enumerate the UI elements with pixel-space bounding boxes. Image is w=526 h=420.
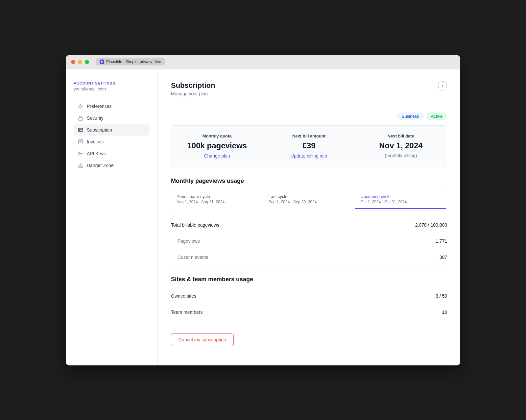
- sidebar-item-danger-zone[interactable]: Danger Zone: [74, 160, 150, 171]
- api-keys-label: API Keys: [87, 151, 106, 156]
- billing-card: Monthly quota 100k pageviews Change plan…: [171, 125, 447, 167]
- cancel-subscription-button[interactable]: Cancel my subscription: [171, 334, 234, 346]
- svg-point-0: [80, 105, 82, 107]
- minimize-button[interactable]: [78, 60, 82, 64]
- main-content: Subscription Manage your plan i Business…: [158, 69, 460, 365]
- svg-rect-1: [79, 118, 83, 120]
- browser-tab[interactable]: P Plausible · Simple, privacy-frien: [96, 58, 165, 65]
- page-header: Subscription Manage your plan i: [171, 81, 447, 103]
- tab-upcoming-date: Oct 1, 2024 - Oct 31, 2024: [360, 200, 442, 204]
- billing-date-note: (monthly billing): [364, 153, 438, 158]
- security-icon: [78, 115, 84, 121]
- stat-pageviews-value: 1,771: [436, 238, 447, 244]
- tab-last-label: Last cycle: [269, 194, 350, 199]
- tab-label: Plausible · Simple, privacy-frien: [106, 60, 161, 64]
- stat-pageviews: Pageviews 1,771: [171, 233, 447, 249]
- stat-team-members-value: 10: [442, 309, 447, 315]
- pageviews-section: Monthly pageviews usage Penultimate cycl…: [171, 178, 447, 265]
- tab-penultimate-date: Aug 1, 2024 - Aug 31, 2024: [177, 200, 258, 204]
- tab-last-cycle[interactable]: Last cycle Sep 1, 2024 - Sep 30, 2024: [263, 190, 355, 209]
- sidebar-item-security[interactable]: Security: [74, 112, 150, 124]
- tab-upcoming-cycle[interactable]: Upcoming cycle Oct 1, 2024 - Oct 31, 202…: [355, 190, 447, 209]
- stat-team-members: Team members 10: [171, 304, 447, 320]
- app-body: ACCOUNT SETTINGS your@email.com Preferen…: [66, 69, 460, 365]
- pageviews-section-title: Monthly pageviews usage: [171, 178, 447, 185]
- sidebar-item-preferences[interactable]: Preferences: [74, 101, 150, 112]
- titlebar: P Plausible · Simple, privacy-frien: [66, 55, 460, 69]
- billing-col-amount: Next bill amount €39 Update billing info: [263, 126, 355, 167]
- svg-point-5: [79, 153, 80, 154]
- tab-last-date: Sep 1, 2024 - Sep 30, 2024: [269, 200, 350, 204]
- stat-custom-events-label: Custom events: [178, 255, 208, 260]
- tab-penultimate-cycle[interactable]: Penultimate cycle Aug 1, 2024 - Aug 31, …: [171, 190, 263, 209]
- subscription-icon: [78, 127, 84, 133]
- team-section-title: Sites & team members usage: [171, 276, 447, 283]
- billing-quota-label: Monthly quota: [180, 134, 253, 138]
- sidebar-item-subscription[interactable]: Subscription: [74, 124, 150, 136]
- sidebar: ACCOUNT SETTINGS your@email.com Preferen…: [66, 69, 158, 365]
- stat-total-billable: Total billable pageviews 2,078 / 100,000: [171, 217, 447, 233]
- billing-quota-value: 100k pageviews: [180, 141, 253, 150]
- status-badge: Active: [426, 112, 447, 120]
- tab-penultimate-label: Penultimate cycle: [177, 194, 258, 199]
- billing-col-date: Next bill date Nov 1, 2024 (monthly bill…: [355, 126, 447, 167]
- sidebar-nav: Preferences Security: [74, 101, 150, 171]
- stat-total-billable-value: 2,078 / 100,000: [415, 222, 447, 228]
- stat-custom-events: Custom events 307: [171, 249, 447, 265]
- danger-zone-icon: [78, 162, 84, 168]
- change-plan-link[interactable]: Change plan: [204, 153, 230, 159]
- subscription-label: Subscription: [87, 127, 112, 133]
- preferences-icon: [78, 103, 84, 109]
- stat-custom-events-value: 307: [440, 255, 447, 260]
- update-billing-link[interactable]: Update billing info: [291, 153, 327, 159]
- stat-owned-sites-label: Owned sites: [171, 293, 196, 299]
- plan-badges: Business Active: [171, 112, 447, 120]
- security-label: Security: [87, 115, 104, 121]
- billing-date-value: Nov 1, 2024: [364, 141, 438, 150]
- billing-col-quota: Monthly quota 100k pageviews Change plan: [171, 126, 263, 167]
- billing-amount-value: €39: [272, 141, 345, 150]
- stat-pageviews-label: Pageviews: [178, 238, 200, 244]
- plan-badge: Business: [397, 112, 424, 120]
- sidebar-section-label: ACCOUNT SETTINGS: [74, 81, 150, 85]
- danger-zone-label: Danger Zone: [87, 163, 114, 168]
- team-section: Sites & team members usage Owned sites 3…: [171, 276, 447, 320]
- page-header-text: Subscription Manage your plan: [171, 81, 215, 96]
- info-icon[interactable]: i: [438, 81, 447, 90]
- billing-amount-label: Next bill amount: [272, 134, 345, 138]
- maximize-button[interactable]: [85, 60, 89, 64]
- stat-owned-sites-value: 3 / 50: [436, 293, 447, 299]
- stat-team-members-label: Team members: [171, 309, 203, 315]
- sidebar-item-api-keys[interactable]: API Keys: [74, 148, 150, 159]
- svg-rect-2: [78, 128, 83, 132]
- svg-point-6: [80, 166, 81, 167]
- usage-tabs: Penultimate cycle Aug 1, 2024 - Aug 31, …: [171, 190, 447, 209]
- stat-total-billable-label: Total billable pageviews: [171, 222, 219, 228]
- stat-owned-sites: Owned sites 3 / 50: [171, 288, 447, 304]
- app-window: P Plausible · Simple, privacy-frien ACCO…: [66, 55, 460, 365]
- tab-favicon: P: [100, 60, 104, 64]
- invoices-icon: [78, 139, 84, 145]
- billing-date-label: Next bill date: [364, 134, 438, 138]
- sidebar-item-invoices[interactable]: Invoices: [74, 136, 150, 147]
- sidebar-email: your@email.com: [74, 86, 150, 91]
- page-title: Subscription: [171, 81, 215, 90]
- preferences-label: Preferences: [87, 104, 111, 109]
- tab-upcoming-label: Upcoming cycle: [360, 194, 442, 199]
- close-button[interactable]: [71, 60, 75, 64]
- page-subtitle: Manage your plan: [171, 91, 215, 96]
- invoices-label: Invoices: [87, 139, 104, 144]
- api-keys-icon: [78, 151, 84, 157]
